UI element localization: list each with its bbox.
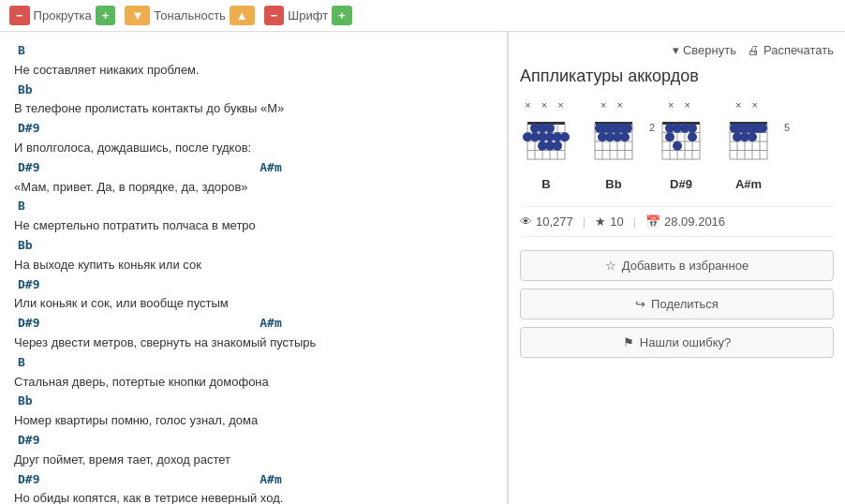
svg-rect-34	[595, 124, 632, 133]
eye-icon: 👁	[520, 215, 532, 229]
svg-point-53	[688, 124, 697, 133]
top-actions: ▾ Свернуть 🖨 Распечатать	[520, 43, 834, 57]
collapse-link[interactable]: ▾ Свернуть	[673, 43, 736, 57]
views-count: 10,277	[536, 215, 573, 229]
chord-line-pair: D#9 A#m	[18, 314, 493, 334]
toolbar: − Прокрутка + ▼ Тональность ▲ − Шрифт +	[0, 0, 845, 32]
chord-grid-container	[655, 114, 707, 171]
printer-icon: 🖨	[748, 43, 760, 57]
chord-markers: × × ×	[525, 99, 567, 112]
share-btn[interactable]: ↪ Поделиться	[520, 289, 834, 319]
chord-line-pair: D#9 A#m	[18, 470, 493, 490]
chord-line: B	[18, 353, 493, 373]
scroll-label: Прокрутка	[34, 8, 92, 22]
right-panel: ▾ Свернуть 🖨 Распечатать Аппликатуры акк…	[508, 32, 845, 504]
scroll-plus-btn[interactable]: +	[96, 6, 116, 25]
date-stat: 📅 28.09.2016	[645, 215, 725, 229]
lyrics-panel: BНе составляет никаких проблем.BbВ телеф…	[0, 32, 508, 504]
add-favorites-label: Добавить в избранное	[622, 259, 749, 273]
print-link[interactable]: 🖨 Распечатать	[748, 43, 834, 57]
star-icon: ★	[595, 215, 606, 229]
separator2: |	[633, 215, 636, 229]
chord-markers: × ×	[600, 99, 627, 112]
lyric-line: На выходе купить коньяк или сок	[14, 256, 493, 275]
chord-grid-container	[520, 114, 572, 171]
chord-line: B	[18, 41, 493, 61]
svg-point-55	[673, 141, 682, 151]
action-buttons: ☆ Добавить в избранное ↪ Поделиться ⚑ На…	[520, 250, 834, 358]
report-error-btn[interactable]: ⚑ Нашли ошибку?	[520, 327, 834, 358]
chord-markers: × ×	[735, 99, 762, 112]
svg-point-22	[553, 141, 562, 151]
svg-point-71	[748, 132, 757, 141]
chord-diagram: × ×5A#m	[722, 99, 775, 191]
svg-point-56	[688, 132, 697, 141]
lyric-line: Стальная дверь, потертые кнопки домофона	[14, 373, 493, 393]
tonality-down-btn[interactable]: ▼	[125, 6, 150, 25]
lyric-line: Или коньяк и сок, или вообще пустым	[14, 294, 493, 314]
chord-line: Bb	[18, 81, 493, 100]
chord-section-title: Аппликатуры аккордов	[520, 67, 834, 86]
chord-grid-container: 2	[587, 114, 640, 171]
svg-point-54	[665, 132, 675, 141]
lyric-line: Через двести метров, свернуть на знакомы…	[14, 334, 493, 353]
share-label: Поделиться	[651, 297, 719, 311]
favorites-count: 10	[610, 215, 623, 229]
lyric-line: «Мам, привет. Да, в порядке, да, здоров»	[14, 178, 493, 198]
chevron-up-icon: ▾	[673, 43, 679, 57]
chord-line-pair: D#9 A#m	[18, 158, 493, 178]
font-minus-btn[interactable]: −	[264, 6, 285, 25]
chord-grid-container: 5	[722, 114, 775, 171]
share-icon: ↪	[635, 297, 645, 311]
font-label: Шрифт	[288, 8, 328, 22]
star-outline-icon: ☆	[605, 259, 616, 273]
svg-point-13	[545, 124, 555, 133]
lyric-line: Не смертельно потратить полчаса в метро	[14, 216, 493, 236]
chord-diagram: × × ×B	[520, 99, 572, 191]
scroll-group: − Прокрутка +	[9, 6, 115, 25]
font-plus-btn[interactable]: +	[332, 6, 352, 25]
chord-line: D#9	[18, 119, 493, 139]
main-layout: BНе составляет никаких проблем.BbВ телеф…	[0, 32, 845, 504]
views-stat: 👁 10,277	[520, 215, 573, 229]
chord-line: B	[18, 197, 493, 216]
svg-point-17	[523, 132, 532, 141]
separator1: |	[583, 215, 586, 229]
tonality-up-btn[interactable]: ▲	[230, 6, 255, 25]
chord-name: Bb	[605, 177, 621, 191]
chord-name: A#m	[735, 177, 762, 191]
report-error-label: Нашли ошибку?	[640, 335, 731, 349]
print-label: Распечатать	[763, 43, 834, 57]
scroll-minus-btn[interactable]: −	[9, 6, 30, 25]
chord-line: Bb	[18, 236, 493, 256]
favorites-stat: ★ 10	[595, 215, 623, 229]
svg-point-38	[620, 132, 630, 141]
date-value: 28.09.2016	[664, 215, 725, 229]
flag-icon: ⚑	[623, 335, 634, 349]
font-group: − Шрифт +	[264, 6, 352, 25]
collapse-label: Свернуть	[683, 43, 736, 57]
chord-name: D#9	[670, 177, 692, 191]
stats-row: 👁 10,277 | ★ 10 | 📅 28.09.2016	[520, 206, 834, 237]
lyric-line: В телефоне пролистать контакты до буквы …	[14, 99, 493, 119]
chord-diagrams: × × ×B× ×2Bb× ×D#9× ×5A#m	[520, 99, 834, 191]
tonality-group: ▼ Тональность ▲	[125, 6, 254, 25]
lyric-line: И вполголоса, дождавшись, после гудков:	[14, 139, 493, 158]
chord-line: Bb	[18, 392, 493, 411]
chord-line: D#9	[18, 431, 493, 451]
svg-point-19	[560, 132, 570, 141]
calendar-icon: 📅	[645, 215, 660, 229]
lyric-line: Но обиды копятся, как в тетрисе неверный…	[14, 489, 493, 504]
chord-line: D#9	[18, 275, 493, 295]
chord-markers: × ×	[668, 99, 694, 112]
add-to-favorites-btn[interactable]: ☆ Добавить в избранное	[520, 250, 834, 281]
chord-diagram: × ×D#9	[655, 99, 707, 191]
fret-position: 5	[784, 122, 790, 133]
chord-name: B	[541, 177, 550, 191]
lyric-line: Друг поймет, время тает, доход растет	[14, 451, 493, 470]
chord-diagram: × ×2Bb	[587, 99, 640, 191]
lyric-line: Номер квартиры помню, голос узнал, дома	[14, 411, 493, 431]
svg-rect-68	[730, 124, 767, 133]
lyric-line: Не составляет никаких проблем.	[14, 61, 493, 81]
tonality-label: Тональность	[154, 8, 226, 22]
